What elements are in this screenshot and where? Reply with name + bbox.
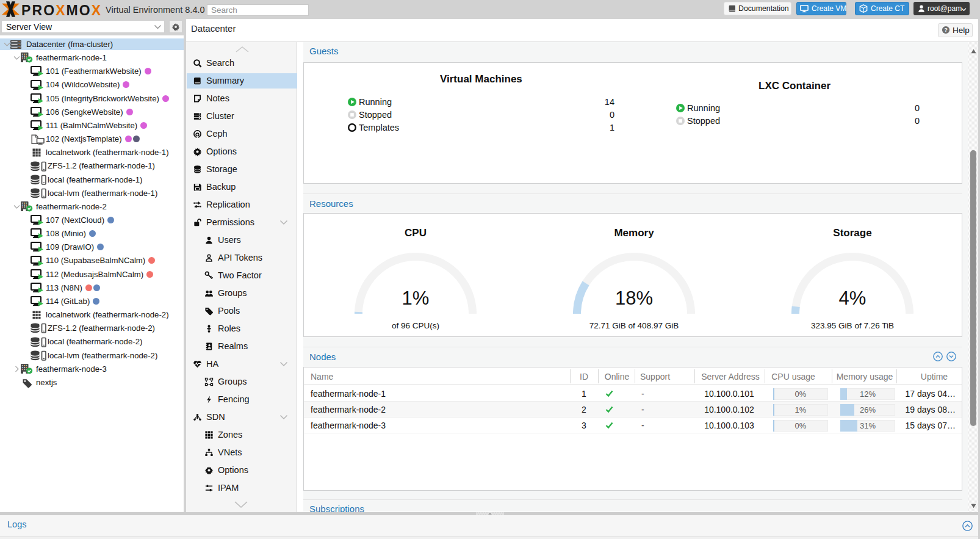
svg-text:?: ? xyxy=(944,27,948,33)
